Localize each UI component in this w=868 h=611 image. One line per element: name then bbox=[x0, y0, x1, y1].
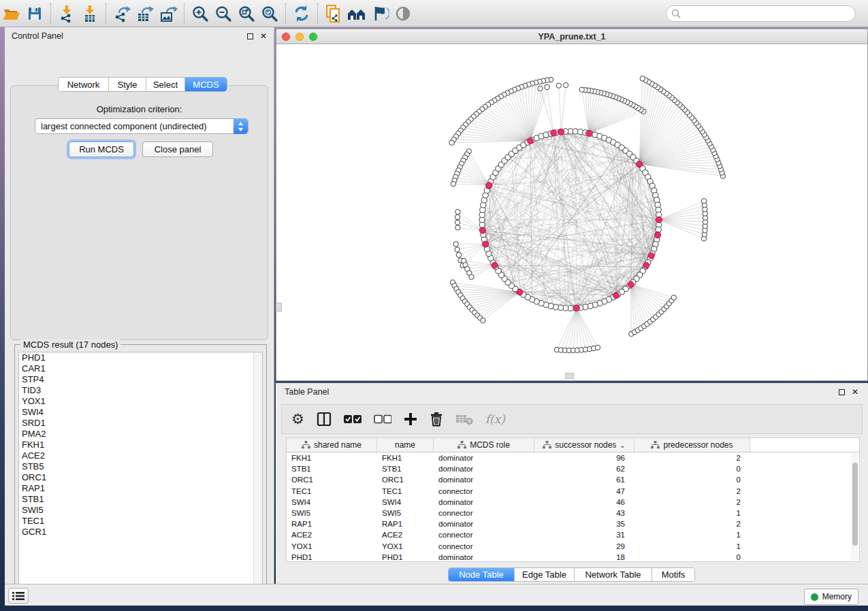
show-columns-icon[interactable] bbox=[317, 409, 332, 429]
mcds-result-item[interactable]: STB5 bbox=[19, 461, 262, 472]
delete-rows-icon[interactable] bbox=[430, 409, 443, 429]
tab-select[interactable]: Select bbox=[146, 78, 185, 91]
mcds-node[interactable] bbox=[655, 232, 661, 238]
table-cell[interactable]: PHD1 bbox=[377, 553, 434, 561]
table-cell[interactable]: 0 bbox=[634, 476, 750, 484]
table-cell[interactable]: 2 bbox=[634, 498, 750, 506]
mcds-result-item[interactable]: TEC1 bbox=[19, 516, 262, 527]
network-node[interactable] bbox=[455, 214, 460, 219]
table-cell[interactable]: connector bbox=[434, 531, 534, 539]
tab-network-table[interactable]: Network Table bbox=[575, 568, 652, 581]
float-table-panel-icon[interactable] bbox=[839, 389, 845, 395]
mcds-node[interactable] bbox=[648, 252, 654, 259]
network-node[interactable] bbox=[469, 274, 474, 279]
table-cell[interactable]: FKH1 bbox=[287, 454, 377, 462]
table-cell[interactable]: RAP1 bbox=[287, 520, 377, 528]
close-table-panel-icon[interactable]: ✕ bbox=[852, 389, 858, 395]
network-node[interactable] bbox=[455, 220, 460, 225]
network-node[interactable] bbox=[545, 84, 549, 89]
table-cell[interactable]: SWI4 bbox=[377, 498, 434, 506]
clone-network-icon[interactable] bbox=[322, 3, 345, 24]
network-node[interactable] bbox=[455, 210, 460, 214]
table-cell[interactable]: 35 bbox=[534, 520, 634, 528]
tab-edge-table[interactable]: Edge Table bbox=[515, 568, 575, 581]
import-network-icon[interactable] bbox=[55, 3, 78, 24]
network-node[interactable] bbox=[456, 252, 461, 257]
tab-network[interactable]: Network bbox=[59, 78, 109, 91]
table-cell[interactable]: YOX1 bbox=[377, 542, 434, 550]
memory-button[interactable]: Memory bbox=[804, 589, 858, 605]
table-cell[interactable]: 0 bbox=[634, 465, 750, 473]
column-header-mcds-role[interactable]: MCDS role bbox=[434, 438, 534, 452]
network-node[interactable] bbox=[451, 182, 455, 186]
mcds-node[interactable] bbox=[528, 138, 534, 144]
table-settings-icon[interactable]: ⚙ bbox=[291, 409, 304, 429]
mcds-node[interactable] bbox=[628, 282, 634, 288]
mcds-result-item[interactable]: TID3 bbox=[19, 385, 262, 396]
table-cell[interactable]: SWI5 bbox=[287, 509, 377, 517]
float-panel-icon[interactable] bbox=[247, 33, 253, 39]
table-cell[interactable]: 43 bbox=[534, 509, 634, 517]
export-network-icon[interactable] bbox=[110, 3, 133, 24]
table-cell[interactable]: SWI5 bbox=[377, 509, 434, 517]
table-row[interactable]: SWI5SWI5connector431 bbox=[287, 508, 859, 518]
mcds-result-item[interactable]: STB1 bbox=[19, 494, 262, 505]
table-cell[interactable]: 29 bbox=[534, 542, 634, 550]
splitter-handle-bottom[interactable] bbox=[565, 373, 574, 379]
table-cell[interactable]: ORC1 bbox=[287, 476, 377, 484]
export-image-icon[interactable] bbox=[157, 3, 180, 24]
add-row-icon[interactable] bbox=[404, 409, 417, 429]
network-node[interactable] bbox=[455, 225, 460, 230]
table-cell[interactable]: 1 bbox=[634, 531, 750, 539]
mcds-result-item[interactable]: ACE2 bbox=[19, 450, 262, 461]
mcds-result-item[interactable]: FKH1 bbox=[19, 440, 262, 450]
mcds-node[interactable] bbox=[574, 305, 580, 311]
zoom-in-icon[interactable] bbox=[189, 3, 212, 24]
tab-mcds[interactable]: MCDS bbox=[185, 78, 227, 91]
table-cell[interactable]: dominator bbox=[434, 520, 534, 528]
refresh-view-icon[interactable] bbox=[290, 3, 313, 24]
mcds-node[interactable] bbox=[643, 263, 649, 269]
network-node[interactable] bbox=[595, 345, 600, 350]
task-history-button[interactable] bbox=[8, 588, 29, 604]
column-header-name[interactable]: name bbox=[377, 438, 434, 452]
table-cell[interactable]: STB1 bbox=[287, 465, 377, 473]
table-row[interactable]: YOX1YOX1connector291 bbox=[287, 541, 859, 552]
table-row[interactable]: SWI4SWI4dominator462 bbox=[287, 497, 859, 508]
zoom-out-icon[interactable] bbox=[212, 3, 235, 24]
network-window-titlebar[interactable]: YPA_prune.txt_1 bbox=[276, 29, 867, 44]
export-table-icon[interactable] bbox=[133, 3, 157, 24]
run-mcds-button[interactable]: Run MCDS bbox=[69, 142, 134, 157]
table-cell[interactable]: dominator bbox=[434, 476, 534, 484]
table-cell[interactable]: 61 bbox=[534, 476, 634, 484]
table-cell[interactable]: RAP1 bbox=[377, 520, 434, 528]
table-cell[interactable]: 1 bbox=[634, 542, 750, 550]
tab-style[interactable]: Style bbox=[109, 78, 146, 91]
table-cell[interactable]: 96 bbox=[534, 454, 634, 462]
mcds-node[interactable] bbox=[483, 241, 489, 247]
tab-node-table[interactable]: Node Table bbox=[449, 568, 515, 581]
network-node[interactable] bbox=[701, 199, 706, 203]
table-cell[interactable]: ACE2 bbox=[287, 531, 377, 539]
mcds-result-item[interactable]: SRD1 bbox=[19, 418, 262, 429]
table-cell[interactable]: 2 bbox=[634, 487, 750, 495]
close-panel-button[interactable]: Close panel bbox=[142, 142, 213, 157]
table-row[interactable]: TEC1TEC1connector472 bbox=[287, 486, 859, 497]
search-input[interactable] bbox=[666, 5, 856, 22]
table-cell[interactable]: SWI4 bbox=[287, 498, 377, 506]
column-header-shared-name[interactable]: shared name bbox=[287, 438, 377, 452]
mcds-result-item[interactable]: STP4 bbox=[19, 374, 262, 385]
close-panel-icon[interactable]: ✕ bbox=[260, 33, 267, 39]
table-cell[interactable]: 1 bbox=[634, 509, 750, 517]
zoom-selected-icon[interactable] bbox=[258, 3, 281, 24]
table-cell[interactable]: PHD1 bbox=[287, 553, 377, 561]
network-node[interactable] bbox=[455, 247, 460, 252]
table-cell[interactable]: STB1 bbox=[377, 465, 434, 473]
show-hidden-icon[interactable] bbox=[391, 3, 415, 24]
mcds-node[interactable] bbox=[586, 130, 592, 136]
network-node[interactable] bbox=[579, 87, 584, 92]
mcds-node[interactable] bbox=[558, 129, 564, 135]
table-cell[interactable]: 31 bbox=[534, 531, 634, 539]
table-row[interactable]: STB1STB1dominator620 bbox=[287, 463, 859, 474]
column-header-predecessor-nodes[interactable]: predecessor nodes bbox=[634, 438, 750, 452]
